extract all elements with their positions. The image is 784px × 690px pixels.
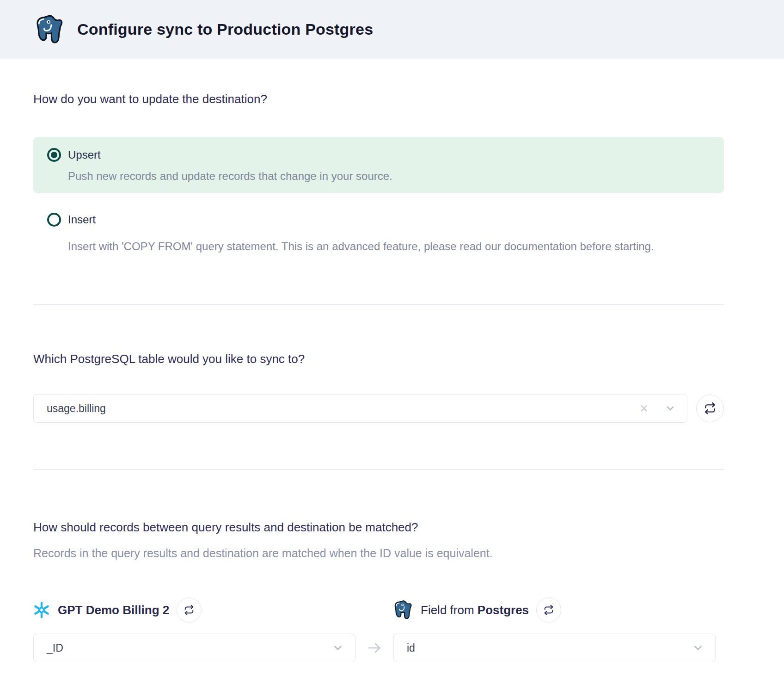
table-select-value: usage.billing (47, 402, 639, 415)
destination-field-cell: id (393, 634, 716, 662)
snowflake-icon (33, 602, 50, 618)
upsert-option[interactable]: Upsert Push new records and update recor… (33, 137, 724, 193)
upsert-description: Push new records and update records that… (68, 169, 710, 183)
destination-header: Field from Postgres (393, 598, 716, 622)
source-header: GPT Demo Billing 2 (33, 598, 355, 622)
chevron-down-icon[interactable] (332, 642, 344, 654)
destination-label-emphasis: Postgres (478, 603, 529, 617)
refresh-destination-fields-button[interactable] (536, 598, 561, 622)
config-form: How do you want to update the destinatio… (0, 90, 784, 662)
insert-radio[interactable] (47, 213, 61, 227)
section-divider (33, 304, 724, 305)
insert-label: Insert (68, 213, 96, 226)
source-field-cell: _ID (33, 634, 355, 662)
source-field-select[interactable]: _ID (33, 634, 355, 662)
destination-field-select[interactable]: id (393, 634, 716, 662)
page-header: Configure sync to Production Postgres (0, 0, 784, 59)
section-divider (33, 469, 724, 470)
insert-description: Insert with 'COPY FROM' query statement.… (68, 238, 664, 255)
destination-label: Field from Postgres (421, 603, 529, 617)
refresh-tables-button[interactable] (696, 394, 724, 422)
insert-radio-row[interactable]: Insert (47, 212, 710, 228)
table-question: Which PostgreSQL table would you like to… (33, 350, 724, 368)
upsert-label: Upsert (68, 148, 101, 161)
refresh-source-fields-button[interactable] (177, 598, 202, 622)
page-title: Configure sync to Production Postgres (77, 20, 373, 38)
source-name: GPT Demo Billing 2 (58, 603, 169, 617)
destination-label-prefix: Field from (421, 603, 474, 617)
insert-option[interactable]: Insert Insert with 'COPY FROM' query sta… (33, 212, 724, 255)
table-select-row: usage.billing (33, 394, 724, 423)
field-mapping: GPT Demo Billing 2 Field from Postgres (33, 598, 724, 662)
chevron-down-icon[interactable] (665, 403, 676, 414)
upsert-radio-row[interactable]: Upsert (47, 147, 710, 163)
destination-field-value: id (407, 642, 692, 654)
matching-subtitle: Records in the query results and destina… (33, 545, 724, 561)
arrow-right-icon (367, 640, 382, 656)
swap-icon (544, 605, 554, 615)
source-field-value: _ID (47, 642, 332, 654)
chevron-down-icon[interactable] (692, 642, 704, 654)
mapping-arrow-cell (355, 634, 393, 662)
table-select[interactable]: usage.billing (33, 394, 687, 423)
swap-icon (184, 605, 194, 615)
matching-question: How should records between query results… (33, 518, 724, 536)
update-mode-question: How do you want to update the destinatio… (33, 90, 724, 108)
postgres-elephant-icon (393, 600, 413, 620)
upsert-radio[interactable] (47, 148, 61, 162)
postgres-elephant-icon (35, 14, 64, 45)
swap-icon (704, 402, 716, 414)
clear-icon[interactable] (639, 403, 649, 413)
